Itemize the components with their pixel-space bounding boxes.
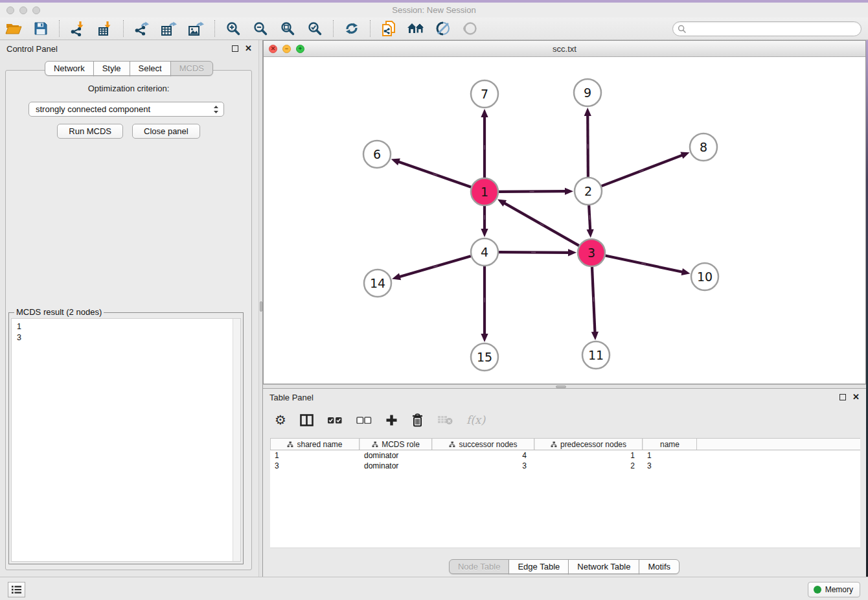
column-header-MCDS-role[interactable]: MCDS role	[360, 439, 432, 450]
home-icon[interactable]	[406, 19, 426, 38]
edge-3-11[interactable]	[591, 267, 599, 340]
criterion-select[interactable]: strongly connected component	[29, 102, 224, 117]
node-9[interactable]: 9	[574, 79, 601, 106]
table-row[interactable]: 1dominator411	[270, 450, 860, 461]
edge-2-3[interactable]	[587, 205, 594, 238]
export-image-icon[interactable]	[187, 19, 206, 38]
edge-3-1[interactable]	[497, 199, 579, 246]
open-session-icon[interactable]	[4, 19, 23, 38]
tab-style[interactable]: Style	[93, 61, 130, 76]
memory-button[interactable]: Memory	[808, 582, 860, 597]
cell[interactable]: 1	[534, 451, 643, 460]
tab-edge-table[interactable]: Edge Table	[508, 559, 569, 574]
horizontal-splitter-handle[interactable]	[556, 386, 566, 388]
column-label: predecessor nodes	[560, 440, 626, 449]
vertical-splitter-handle[interactable]	[260, 301, 262, 312]
tab-network-table[interactable]: Network Table	[568, 559, 639, 574]
node-10[interactable]: 10	[691, 263, 718, 290]
result-scrollbar[interactable]	[233, 319, 240, 561]
edge-4-15[interactable]	[481, 266, 488, 342]
mcds-panel: Optimization criterion: strongly connect…	[5, 70, 252, 570]
toolbar-separator	[214, 20, 215, 37]
hide-graphics-details-icon[interactable]	[433, 19, 453, 38]
float-table-panel-icon[interactable]	[839, 394, 846, 400]
cell[interactable]: 3	[270, 461, 360, 470]
vertical-splitter[interactable]	[258, 40, 263, 577]
cell[interactable]: 1	[643, 451, 697, 460]
svg-text:9: 9	[584, 86, 591, 100]
network-canvas-svg[interactable]: 7968124314101511	[264, 57, 865, 384]
tab-network[interactable]: Network	[45, 61, 94, 76]
export-table-icon[interactable]	[159, 19, 179, 38]
mcds-result-text: 1 3	[17, 321, 21, 343]
cell[interactable]: dominator	[360, 461, 432, 470]
create-column-plus-icon[interactable]	[385, 411, 398, 428]
deselect-all-columns-icon[interactable]	[356, 411, 372, 428]
cell[interactable]: 3	[643, 461, 697, 470]
search-input[interactable]	[687, 24, 861, 34]
cell[interactable]: dominator	[360, 451, 432, 460]
node-8[interactable]: 8	[690, 133, 717, 161]
control-panel: Control Panel ✕ NetworkStyleSelectMCDS O…	[0, 40, 258, 577]
tab-motifs[interactable]: Motifs	[639, 559, 680, 574]
cell[interactable]: 4	[432, 451, 534, 460]
close-table-panel-icon[interactable]: ✕	[852, 394, 860, 400]
tab-mcds[interactable]: MCDS	[170, 61, 213, 76]
edge-4-3[interactable]	[499, 249, 577, 256]
node-6[interactable]: 6	[363, 141, 391, 168]
float-panel-icon[interactable]	[232, 45, 238, 52]
import-table-icon[interactable]	[95, 19, 115, 38]
mcds-result-area[interactable]: 1 3	[11, 318, 241, 562]
export-network-icon[interactable]	[132, 19, 152, 38]
table-row[interactable]: 3dominator323	[270, 461, 860, 471]
edge-1-6[interactable]	[391, 159, 472, 187]
column-header-shared-name[interactable]: shared name	[270, 439, 360, 450]
edge-1-2[interactable]	[499, 188, 573, 195]
delete-column-trash-icon[interactable]	[411, 411, 424, 428]
node-1[interactable]: 1	[471, 178, 498, 205]
edge-1-4[interactable]	[481, 206, 488, 237]
search-box[interactable]	[672, 21, 862, 36]
memory-label: Memory	[825, 585, 853, 594]
node-4[interactable]: 4	[471, 238, 498, 266]
edge-3-10[interactable]	[606, 256, 691, 275]
table-settings-gear-icon[interactable]: ⚙	[275, 411, 286, 428]
edge-4-14[interactable]	[392, 256, 471, 280]
network-window-titlebar[interactable]: ✕ − + scc.txt	[264, 41, 865, 57]
clone-network-icon[interactable]	[379, 19, 398, 38]
app-title: Session: New Session	[0, 5, 868, 15]
edge-2-9[interactable]	[584, 108, 591, 177]
column-header-successor-nodes[interactable]: successor nodes	[432, 439, 534, 450]
column-header-predecessor-nodes[interactable]: predecessor nodes	[534, 439, 643, 450]
close-panel-button[interactable]: Close panel	[132, 124, 200, 139]
cell[interactable]: 2	[534, 461, 643, 470]
select-all-columns-icon[interactable]	[327, 411, 343, 428]
node-7[interactable]: 7	[471, 80, 498, 108]
node-2[interactable]: 2	[575, 178, 602, 205]
column-header-name[interactable]: name	[643, 439, 697, 450]
node-3[interactable]: 3	[578, 239, 605, 266]
task-history-button[interactable]	[8, 582, 25, 597]
refresh-icon[interactable]	[342, 19, 361, 38]
cell[interactable]: 1	[270, 451, 360, 460]
import-network-icon[interactable]	[68, 19, 87, 38]
save-session-icon[interactable]	[31, 19, 51, 38]
node-15[interactable]: 15	[471, 343, 498, 371]
control-panel-title: Control Panel	[6, 44, 58, 54]
horizontal-splitter[interactable]	[263, 384, 866, 389]
show-graphics-details-icon[interactable]	[461, 19, 480, 38]
tab-select[interactable]: Select	[130, 61, 171, 76]
run-mcds-button[interactable]: Run MCDS	[57, 124, 123, 139]
zoom-in-icon[interactable]	[223, 19, 243, 38]
show-columns-icon[interactable]	[300, 411, 314, 428]
zoom-selected-icon[interactable]	[305, 19, 325, 38]
zoom-out-icon[interactable]	[251, 19, 270, 38]
edge-1-7[interactable]	[481, 109, 488, 178]
tab-node-table[interactable]: Node Table	[449, 559, 510, 574]
node-14[interactable]: 14	[364, 270, 391, 297]
edge-2-8[interactable]	[602, 152, 690, 187]
close-panel-icon[interactable]: ✕	[245, 45, 252, 52]
node-11[interactable]: 11	[582, 341, 610, 369]
zoom-fit-icon[interactable]	[278, 19, 297, 38]
cell[interactable]: 3	[432, 461, 534, 470]
